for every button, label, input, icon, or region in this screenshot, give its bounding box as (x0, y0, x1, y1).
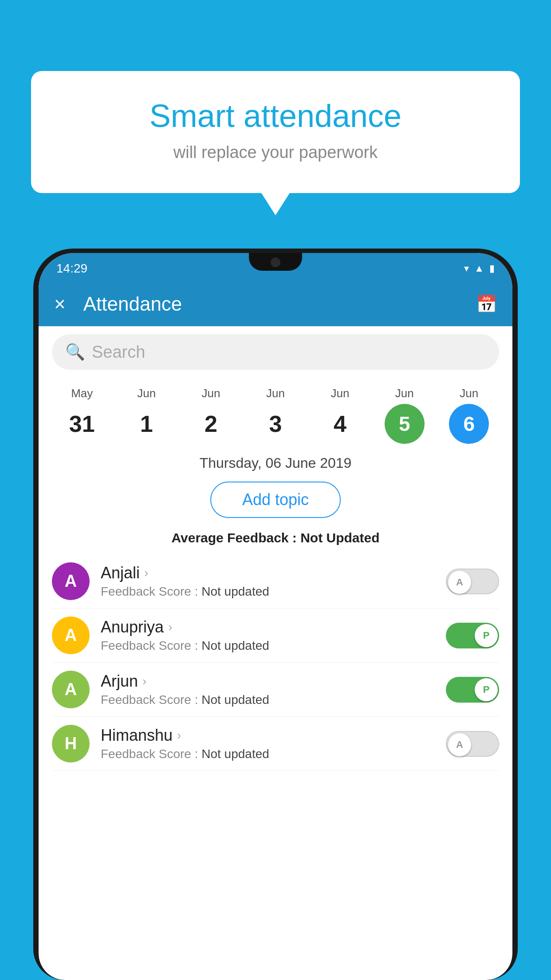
student-feedback: Feedback Score : Not updated (101, 747, 435, 761)
date-col-6[interactable]: Jun6 (437, 387, 501, 444)
month-label-3: Jun (266, 387, 285, 400)
student-info: Anupriya ›Feedback Score : Not updated (101, 618, 435, 653)
month-label-0: May (71, 387, 93, 400)
avatar: A (52, 671, 90, 708)
toggle-knob: P (475, 678, 498, 701)
chevron-icon: › (144, 566, 148, 580)
close-button[interactable]: × (54, 293, 66, 315)
day-number-3[interactable]: 3 (256, 404, 295, 444)
avatar: A (52, 562, 90, 600)
app-header: × Attendance 📅 (39, 282, 512, 326)
month-label-5: Jun (395, 387, 414, 400)
student-feedback: Feedback Score : Not updated (101, 693, 435, 707)
bubble-title: Smart attendance (67, 98, 484, 134)
chevron-icon: › (177, 728, 181, 743)
date-col-3[interactable]: Jun3 (243, 387, 307, 444)
status-icons: ▾ ▲ ▮ (464, 263, 495, 274)
add-topic-button[interactable]: Add topic (210, 482, 341, 518)
student-name[interactable]: Anupriya › (101, 618, 435, 636)
chevron-icon: › (142, 674, 146, 688)
student-feedback: Feedback Score : Not updated (101, 639, 435, 653)
phone-frame: 14:29 ▾ ▲ ▮ × Attendance 📅 🔍 Search Ma (33, 249, 518, 980)
search-placeholder: Search (92, 343, 145, 362)
month-label-2: Jun (202, 387, 220, 400)
month-label-1: Jun (137, 387, 156, 400)
day-number-5[interactable]: 5 (385, 404, 425, 444)
phone-inner: 14:29 ▾ ▲ ▮ × Attendance 📅 🔍 Search Ma (39, 253, 512, 980)
student-name[interactable]: Anjali › (101, 564, 435, 582)
signal-icon: ▲ (474, 263, 484, 274)
bubble-subtitle: will replace your paperwork (67, 143, 484, 162)
battery-icon: ▮ (489, 263, 495, 274)
day-number-4[interactable]: 4 (320, 404, 360, 444)
selected-date: Thursday, 06 June 2019 (39, 448, 512, 474)
day-number-0[interactable]: 31 (62, 404, 102, 444)
student-name[interactable]: Arjun › (101, 672, 435, 691)
student-info: Himanshu ›Feedback Score : Not updated (101, 726, 435, 761)
chevron-icon: › (168, 620, 172, 634)
attendance-toggle[interactable]: A (446, 569, 499, 594)
date-col-0[interactable]: May31 (50, 387, 114, 444)
avg-feedback-value: Not Updated (300, 530, 379, 545)
status-time: 14:29 (56, 261, 87, 276)
phone-notch (249, 253, 302, 271)
day-number-1[interactable]: 1 (126, 404, 166, 444)
student-info: Anjali ›Feedback Score : Not updated (101, 564, 435, 599)
student-name[interactable]: Himanshu › (101, 726, 435, 745)
avatar: H (52, 725, 90, 763)
wifi-icon: ▾ (464, 263, 469, 274)
student-feedback: Feedback Score : Not updated (101, 585, 435, 599)
day-number-2[interactable]: 2 (191, 404, 231, 444)
day-number-6[interactable]: 6 (449, 404, 489, 444)
student-item[interactable]: AArjun ›Feedback Score : Not updatedP (52, 663, 499, 717)
camera (271, 257, 280, 267)
student-item[interactable]: AAnupriya ›Feedback Score : Not updatedP (52, 609, 499, 663)
date-col-2[interactable]: Jun2 (179, 387, 243, 444)
month-label-4: Jun (331, 387, 349, 400)
toggle-knob: A (448, 571, 471, 594)
student-info: Arjun ›Feedback Score : Not updated (101, 672, 435, 707)
avg-feedback: Average Feedback : Not Updated (39, 526, 512, 554)
attendance-toggle[interactable]: P (446, 623, 499, 648)
phone-screen: 14:29 ▾ ▲ ▮ × Attendance 📅 🔍 Search Ma (39, 253, 512, 980)
attendance-toggle[interactable]: P (446, 677, 499, 703)
app-title: Attendance (83, 293, 458, 315)
speech-bubble: Smart attendance will replace your paper… (31, 71, 520, 193)
toggle-knob: A (448, 733, 471, 756)
date-col-1[interactable]: Jun1 (114, 387, 178, 444)
student-item[interactable]: AAnjali ›Feedback Score : Not updatedA (52, 554, 499, 609)
student-item[interactable]: HHimanshu ›Feedback Score : Not updatedA (52, 717, 499, 771)
speech-bubble-container: Smart attendance will replace your paper… (31, 71, 520, 193)
date-strip: May31Jun1Jun2Jun3Jun4Jun5Jun6 (39, 378, 512, 448)
search-bar[interactable]: 🔍 Search (52, 334, 499, 370)
date-col-5[interactable]: Jun5 (372, 387, 437, 444)
attendance-toggle[interactable]: A (446, 731, 499, 757)
avatar: A (52, 616, 90, 654)
date-col-4[interactable]: Jun4 (308, 387, 372, 444)
student-list: AAnjali ›Feedback Score : Not updatedAAA… (39, 554, 512, 771)
search-icon: 🔍 (65, 343, 85, 361)
calendar-icon[interactable]: 📅 (476, 294, 497, 314)
month-label-6: Jun (460, 387, 478, 400)
avg-feedback-label: Average Feedback : (171, 530, 300, 545)
toggle-knob: P (475, 624, 498, 647)
